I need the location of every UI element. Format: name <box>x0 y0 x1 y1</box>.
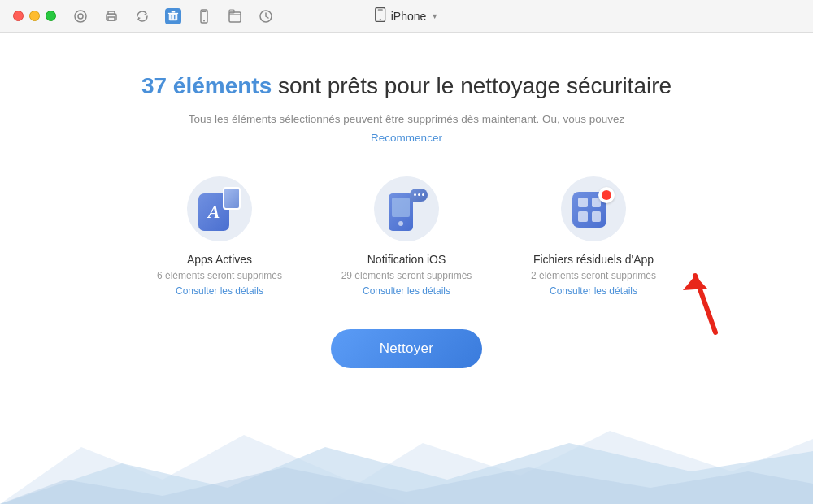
cards-wrapper: A Apps Actives 6 éléments seront supprim… <box>146 176 667 329</box>
card-apps-title: Apps Actives <box>187 253 252 266</box>
history-icon[interactable] <box>258 8 274 24</box>
card-icon-notif <box>374 176 439 241</box>
printer-icon[interactable] <box>103 8 120 24</box>
svg-rect-5 <box>169 13 178 20</box>
arrow-indicator <box>679 259 744 344</box>
card-notif-count: 29 éléments seront supprimés <box>341 270 472 281</box>
card-apps-link[interactable]: Consulter les détails <box>176 285 263 297</box>
device-name: iPhone <box>391 10 427 23</box>
main-content: 37 éléments sont prêts pour le nettoyage… <box>0 33 813 504</box>
card-residuals-count: 2 éléments seront supprimés <box>531 270 656 281</box>
chevron-down-icon[interactable]: ▼ <box>431 12 438 20</box>
card-notification-ios: Notification iOS 29 éléments seront supp… <box>333 176 480 297</box>
subtitle: Tous les éléments sélectionnés peuvent ê… <box>189 111 625 128</box>
svg-marker-21 <box>0 435 406 504</box>
titlebar-center: iPhone ▼ <box>375 7 439 24</box>
card-apps-actives: A Apps Actives 6 éléments seront supprim… <box>146 176 293 297</box>
maximize-button[interactable] <box>46 11 56 21</box>
svg-marker-22 <box>325 431 813 504</box>
card-residuals-link[interactable]: Consulter les détails <box>550 285 637 297</box>
minimize-button[interactable] <box>29 11 40 21</box>
svg-marker-23 <box>0 443 813 504</box>
svg-point-1 <box>78 14 83 19</box>
card-apps-count: 6 éléments seront supprimés <box>157 270 282 281</box>
cleaner-icon[interactable] <box>165 8 181 24</box>
close-button[interactable] <box>13 11 24 21</box>
device-icon <box>375 7 386 24</box>
svg-point-12 <box>203 20 205 21</box>
svg-marker-24 <box>0 467 813 504</box>
sync-icon[interactable] <box>134 8 150 24</box>
music-icon[interactable] <box>72 8 89 24</box>
clean-button[interactable]: Nettoyer <box>331 329 483 368</box>
background-mountains <box>0 398 813 504</box>
headline: 37 éléments sont prêts pour le nettoyage… <box>141 73 672 99</box>
traffic-lights <box>13 11 56 21</box>
svg-marker-20 <box>683 276 707 290</box>
card-icon-residuals <box>561 176 626 241</box>
phone-icon[interactable] <box>196 8 212 24</box>
svg-point-0 <box>75 11 86 22</box>
card-icon-apps: A <box>187 176 252 241</box>
card-notif-link[interactable]: Consulter les détails <box>363 285 450 297</box>
card-residuals-title: Fichiers résiduels d'App <box>533 253 654 266</box>
svg-rect-3 <box>108 11 115 15</box>
svg-point-18 <box>380 19 381 20</box>
restart-link[interactable]: Recommencer <box>371 132 442 144</box>
cards-row: A Apps Actives 6 éléments seront supprim… <box>146 176 667 297</box>
svg-rect-13 <box>229 12 241 22</box>
toolbar <box>72 8 274 24</box>
files-icon[interactable] <box>227 8 243 24</box>
card-app-residuals: Fichiers résiduels d'App 2 éléments sero… <box>520 176 667 297</box>
titlebar: iPhone ▼ <box>0 0 813 33</box>
headline-rest: sont prêts pour le nettoyage sécuritaire <box>278 73 672 98</box>
headline-count: 37 éléments <box>141 73 272 98</box>
card-notif-title: Notification iOS <box>367 253 446 266</box>
svg-rect-4 <box>108 17 115 20</box>
